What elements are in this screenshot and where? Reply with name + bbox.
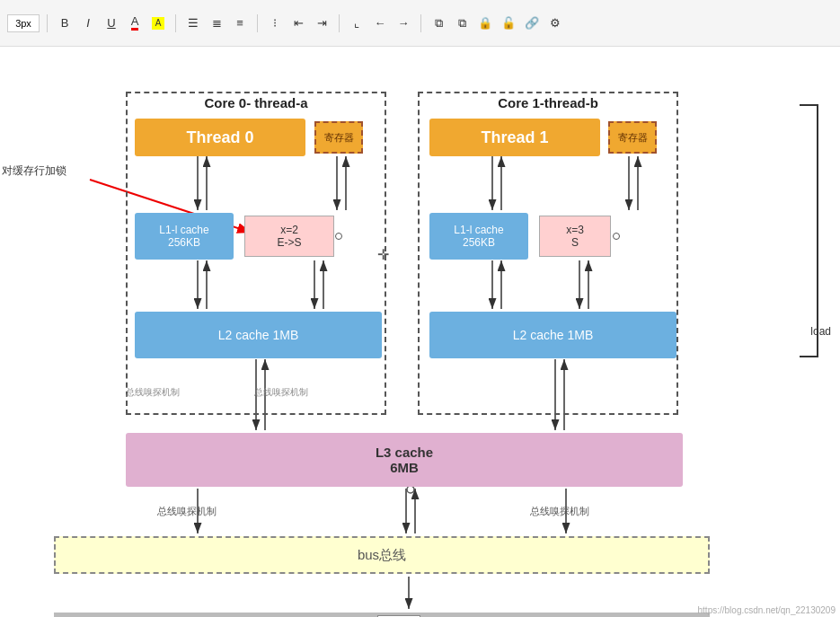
l1cache1-box: L1-l cache 256KB <box>429 213 528 260</box>
copy-button[interactable]: ⧉ <box>429 13 448 33</box>
l1cache0-label1: L1-l cache <box>159 224 208 236</box>
l2cache0-box: L2 cache 1MB <box>135 312 382 358</box>
bus-snoop-right-label: 总线嗅探机制 <box>530 505 589 518</box>
paste-button[interactable]: ⧉ <box>452 13 472 33</box>
lock-button[interactable]: 🔒 <box>475 13 495 33</box>
l1cache1-label2: 256KB <box>463 236 495 249</box>
l1cache1-label1: L1-l cache <box>454 224 503 236</box>
toolbar: B I U A A ☰ ≣ ≡ ⁝ ⇤ ⇥ ⌞ ← → ⧉ ⧉ 🔒 🔓 🔗 ⚙ <box>0 0 840 47</box>
font-color-button[interactable]: A <box>125 13 145 33</box>
canvas: 对缓存行加锁 Core 0- thread-a Thread 0 寄存器 L1-… <box>0 47 840 617</box>
align-left-button[interactable]: ☰ <box>183 13 203 33</box>
cacheline1-box: x=3 S <box>539 216 611 257</box>
cacheline0-state: E->S <box>277 236 301 249</box>
unlock-button[interactable]: 🔓 <box>499 13 518 33</box>
load-label: load <box>810 325 831 338</box>
bus-label: bus总线 <box>358 547 406 564</box>
registers0-box: 寄存器 <box>314 121 363 154</box>
italic-button[interactable]: I <box>78 13 98 33</box>
l2cache1-label: L2 cache 1MB <box>513 328 594 342</box>
link-button[interactable]: 🔗 <box>522 13 542 33</box>
settings-button[interactable]: ⚙ <box>545 13 565 33</box>
registers1-label: 寄存器 <box>618 131 648 145</box>
list-button[interactable]: ⁝ <box>265 13 285 33</box>
core0-title: Core 0- thread-a <box>126 95 386 110</box>
arrow-left-button[interactable]: ← <box>370 13 390 33</box>
l2cache1-box: L2 cache 1MB <box>429 312 676 358</box>
corner-button[interactable]: ⌞ <box>347 13 367 33</box>
bus-snoop-left-label: 总线嗅探机制 <box>157 505 217 518</box>
underline-button[interactable]: U <box>102 13 121 33</box>
l3cache-box: L3 cache 6MB <box>126 433 683 487</box>
circle-connector-0 <box>335 233 342 240</box>
registers1-box: 寄存器 <box>608 121 657 154</box>
core1-title: Core 1-thread-b <box>418 95 678 110</box>
highlight-button[interactable]: A <box>148 13 168 33</box>
align-right-button[interactable]: ≡ <box>230 13 250 33</box>
thread0-box: Thread 0 <box>135 119 305 156</box>
bottom-blur-text: 总线嗅探机制 总线嗅探机制 <box>126 386 308 399</box>
annotation-label: 对缓存行加锁 <box>2 163 66 179</box>
cacheline1-state: S <box>571 236 579 249</box>
bus-box: bus总线 <box>54 536 710 574</box>
bold-button[interactable]: B <box>55 13 75 33</box>
l3cache-label2: 6MB <box>390 460 419 475</box>
l1cache0-label2: 256KB <box>168 236 200 249</box>
circle-connector-1 <box>613 233 620 240</box>
increase-indent-button[interactable]: ⇥ <box>312 13 332 33</box>
thread1-box: Thread 1 <box>429 119 600 156</box>
l3cache-label1: L3 cache <box>376 445 433 460</box>
move-icon[interactable]: ✛ <box>377 246 389 263</box>
cacheline1-val: x=3 <box>566 224 584 236</box>
thread0-label: Thread 0 <box>186 128 253 147</box>
registers0-label: 寄存器 <box>324 131 354 145</box>
thread1-label: Thread 1 <box>481 128 548 147</box>
watermark: https://blog.csdn.net/qn_22130209 <box>698 605 836 615</box>
cacheline0-val: x=2 <box>280 224 298 236</box>
svg-point-29 <box>407 486 414 493</box>
font-size-input[interactable] <box>7 14 40 32</box>
l1cache0-box: L1-l cache 256KB <box>135 213 234 260</box>
l2cache0-label: L2 cache 1MB <box>218 328 299 342</box>
arrow-right-button[interactable]: → <box>393 13 413 33</box>
cacheline0-box: x=2 E->S <box>244 216 334 257</box>
align-center-button[interactable]: ≣ <box>207 13 226 33</box>
decrease-indent-button[interactable]: ⇤ <box>288 13 308 33</box>
